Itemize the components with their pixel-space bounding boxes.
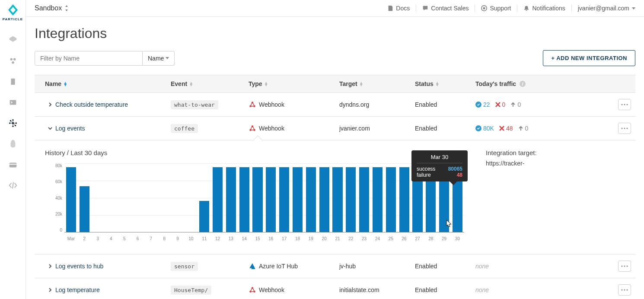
integration-name[interactable]: Log temperature (55, 286, 100, 293)
chart-bar[interactable] (131, 163, 144, 232)
event-tag: sensor (171, 262, 198, 271)
chart-bar[interactable] (331, 163, 344, 232)
chat-icon (422, 5, 428, 11)
x-tick: 3 (91, 236, 105, 241)
nav-console-icon[interactable] (4, 94, 22, 111)
column-target[interactable]: Target▲▼ (339, 80, 415, 87)
x-tick: 29 (437, 236, 451, 241)
svg-point-2 (10, 58, 12, 61)
chart-bar[interactable] (91, 163, 105, 232)
notifications-link[interactable]: Notifications (517, 5, 571, 12)
x-tick: 14 (238, 236, 251, 241)
x-icon (499, 126, 504, 131)
svg-point-46 (627, 289, 628, 291)
svg-rect-5 (11, 79, 15, 85)
chevron-right-icon (48, 288, 52, 292)
webhook-icon (249, 101, 256, 108)
svg-point-36 (624, 128, 625, 129)
chart-bar[interactable] (357, 163, 371, 232)
table-row[interactable]: Log events to hubsensorAzure IoT Hubjv-h… (35, 254, 635, 278)
x-tick: 12 (211, 236, 224, 241)
traffic-error: 48 (499, 125, 513, 132)
integration-name[interactable]: Check outside temperature (55, 101, 128, 108)
check-circle-icon (475, 125, 481, 131)
filter-dropdown[interactable]: Name (143, 51, 175, 66)
chart-bar[interactable] (171, 163, 185, 232)
column-name[interactable]: Name▲▼ (35, 80, 171, 87)
x-tick: 9 (171, 236, 185, 241)
integration-name[interactable]: Log events (55, 125, 85, 132)
support-link[interactable]: Support (475, 5, 517, 12)
chart-bar[interactable] (384, 163, 398, 232)
svg-point-40 (627, 266, 628, 267)
chart-bar[interactable] (184, 163, 198, 232)
nav-integrations-icon[interactable] (4, 115, 22, 132)
chart-bar[interactable] (318, 163, 331, 232)
table-row[interactable]: Check outside temperaturewhat-to-wearWeb… (35, 93, 635, 117)
nav-sim-icon[interactable] (4, 73, 22, 90)
expand-toggle[interactable] (45, 263, 55, 270)
column-status[interactable]: Status▲▼ (415, 80, 475, 87)
svg-rect-20 (9, 162, 16, 167)
y-tick: 20k (55, 212, 62, 216)
chart-bar[interactable] (78, 163, 91, 232)
nav-code-icon[interactable] (4, 177, 22, 194)
chart-bar[interactable] (251, 163, 265, 232)
brand-logo[interactable]: PARTICLE (3, 3, 23, 21)
chart-bar[interactable] (64, 163, 78, 232)
nav-billing-icon[interactable] (4, 156, 22, 173)
nav-products-icon[interactable] (4, 52, 22, 70)
nav-auth-icon[interactable] (4, 135, 22, 153)
chart-bar[interactable] (118, 163, 131, 232)
traffic-none: none (475, 263, 489, 270)
x-tick: 10 (184, 236, 198, 241)
chart-bar[interactable] (264, 163, 277, 232)
integration-name[interactable]: Log events to hub (55, 263, 103, 270)
table-row[interactable]: Log temperatureHouseTemp/Webhookinitials… (35, 278, 635, 299)
column-event[interactable]: Event▲▼ (171, 80, 249, 87)
table-header: Name▲▼ Event▲▼ Type▲▼ Target▲▼ Status▲▼ … (35, 75, 635, 93)
chart-bar[interactable] (291, 163, 304, 232)
chart-bar[interactable] (344, 163, 357, 232)
filter-input[interactable] (35, 51, 143, 66)
breadcrumb[interactable]: Sandbox (35, 4, 69, 12)
column-type[interactable]: Type▲▼ (249, 80, 339, 87)
more-actions-button[interactable] (618, 261, 631, 272)
table-row[interactable]: Log eventscoffeeWebhookjvanier.comEnable… (35, 117, 635, 140)
chevron-right-icon (48, 264, 52, 268)
add-integration-button[interactable]: + ADD NEW INTEGRATION (543, 50, 635, 66)
chart-bar[interactable] (371, 163, 384, 232)
lifebuoy-icon (481, 5, 487, 11)
chart-bar[interactable] (211, 163, 224, 232)
user-email: jvanier@gmail.com (578, 5, 629, 12)
contact-link[interactable]: Contact Sales (416, 5, 475, 12)
x-tick: 16 (264, 236, 277, 241)
chart-bar[interactable] (104, 163, 118, 232)
x-tick: 17 (277, 236, 291, 241)
x-tick: 11 (198, 236, 211, 241)
x-tick: 8 (158, 236, 171, 241)
user-menu[interactable]: jvanier@gmail.com (571, 5, 635, 12)
integrations-table: Name▲▼ Event▲▼ Type▲▼ Target▲▼ Status▲▼ … (35, 75, 635, 299)
chart-bar[interactable] (304, 163, 318, 232)
info-icon[interactable]: i (520, 81, 526, 87)
chart-bar[interactable] (238, 163, 251, 232)
x-tick: 19 (304, 236, 318, 241)
arrow-up-icon (518, 126, 523, 131)
more-actions-button[interactable] (618, 123, 631, 134)
x-tick: 27 (411, 236, 424, 241)
expand-toggle[interactable] (45, 101, 55, 108)
more-actions-button[interactable] (618, 284, 631, 296)
chart-bar[interactable] (158, 163, 171, 232)
expand-toggle[interactable] (45, 286, 55, 293)
chart-bar[interactable] (224, 163, 238, 232)
expand-toggle[interactable] (45, 125, 55, 132)
chart-bar[interactable] (144, 163, 158, 232)
svg-point-4 (12, 61, 14, 64)
more-actions-button[interactable] (618, 99, 631, 110)
nav-devices-icon[interactable] (4, 32, 22, 49)
chart-bar[interactable] (198, 163, 211, 232)
docs-link[interactable]: Docs (381, 5, 416, 12)
chart-bar[interactable] (398, 163, 411, 232)
chart-bar[interactable] (277, 163, 291, 232)
